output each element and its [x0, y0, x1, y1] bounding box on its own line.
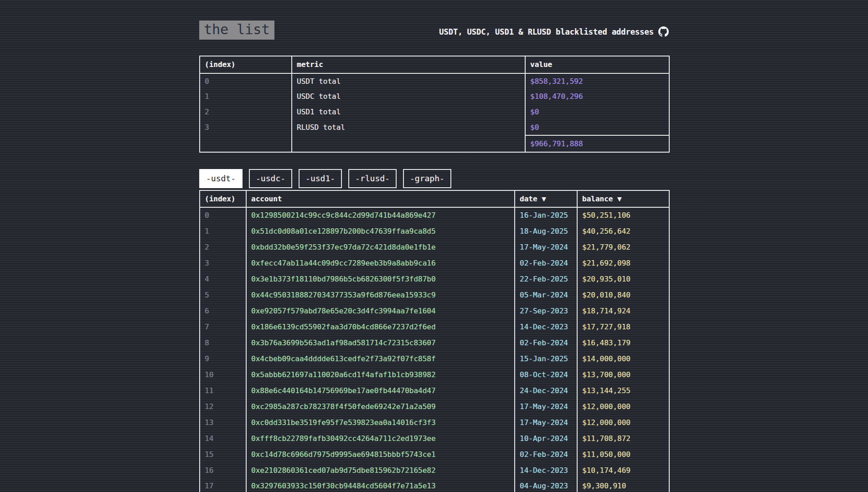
table-row: 1 0x51dc0d08a01ce128897b200bc47639ffaa9c… [200, 223, 669, 239]
summary-metric-cell: USDC total [292, 89, 525, 104]
summary-total-row: $966,791,888 [200, 135, 669, 152]
row-account-cell: 0xe2102860361ced07ab9d75dbe815962b72165e… [246, 462, 515, 478]
table-row: 15 0xc14d78c6966d7975d9995ae694815bbbf57… [200, 446, 669, 462]
tab-usdt[interactable]: -usdt- [199, 169, 243, 188]
row-balance-cell: $21,692,098 [577, 255, 669, 271]
row-date-cell: 24-Dec-2024 [515, 383, 577, 399]
row-account-cell: 0xc14d78c6966d7975d9995ae694815bbbf5743c… [246, 446, 515, 462]
tab-rlusd[interactable]: -rlusd- [348, 169, 397, 188]
summary-value-cell: $108,470,296 [525, 89, 669, 104]
summary-metric-cell: RLUSD total [292, 120, 525, 135]
row-balance-cell: $17,727,918 [577, 319, 669, 335]
summary-index-cell: 1 [200, 89, 292, 104]
summary-index-cell: 0 [200, 73, 292, 89]
tab-usdc[interactable]: -usdc- [249, 169, 292, 188]
row-balance-cell: $18,714,924 [577, 303, 669, 319]
row-balance-cell: $50,251,106 [577, 207, 669, 223]
row-date-cell: 14-Dec-2023 [515, 462, 577, 478]
row-account-cell: 0x186e6139cd55902faa3d70b4cd866e7237d2f6… [246, 319, 515, 335]
table-row: 4 0x3e1b373f18110bd7986b5cb6826300f5f3fd… [200, 271, 669, 287]
row-index-cell: 15 [200, 446, 246, 462]
tab-graph[interactable]: -graph- [403, 169, 451, 188]
summary-table-row: 1 USDC total $108,470,296 [200, 89, 669, 104]
page-header: the list USDT, USDC, USD1 & RLUSD blackl… [199, 20, 669, 40]
row-index-cell: 7 [200, 319, 246, 335]
table-row: 13 0xc0dd331be3519fe95f7e539823ea0a14016… [200, 415, 669, 430]
summary-header-metric: metric [292, 56, 525, 73]
summary-total-metric-cell [292, 135, 525, 152]
row-account-cell: 0x3297603933c150f30cb94484cd5604f7e71a5e… [246, 478, 515, 492]
row-index-cell: 16 [200, 462, 246, 478]
summary-header-value: value [525, 56, 669, 73]
table-row: 6 0xe92057f579abd78e65e20c3d4fc3994aa7fe… [200, 303, 669, 319]
row-date-cell: 02-Feb-2024 [515, 335, 577, 351]
row-account-cell: 0xfff8cb22789fafb30492cc4264a711c2ed1973… [246, 430, 515, 446]
github-icon[interactable] [658, 26, 669, 37]
blacklist-header-date-sort[interactable]: date ▼ [515, 190, 577, 207]
summary-value-cell: $858,321,592 [525, 73, 669, 89]
row-account-cell: 0x1298500214c99cc9c844c2d99d741b44a869e4… [246, 207, 515, 223]
table-row: 9 0x4cbeb09caa4dddde613cedfe2f73a92f07fc… [200, 351, 669, 367]
page-title: the list [199, 20, 274, 40]
summary-table-row: 0 USDT total $858,321,592 [200, 73, 669, 89]
table-row: 10 0x5abbb621697a110020a6cd1f4afaf1b1cb9… [200, 367, 669, 383]
row-balance-cell: $13,700,000 [577, 367, 669, 383]
row-account-cell: 0x3b76a3699b563ad1af98ad581714c72315c836… [246, 335, 515, 351]
row-account-cell: 0x88e6c440164b14756969be17ae0fb44470ba4d… [246, 383, 515, 399]
row-date-cell: 15-Jan-2025 [515, 351, 577, 367]
row-balance-cell: $9,300,910 [577, 478, 669, 492]
table-row: 7 0x186e6139cd55902faa3d70b4cd866e7237d2… [200, 319, 669, 335]
summary-value-cell: $0 [525, 120, 669, 135]
row-account-cell: 0xfecc47ab11a44c09d9cc7289eeb3b9a8abb9ca… [246, 255, 515, 271]
row-date-cell: 02-Feb-2024 [515, 255, 577, 271]
row-index-cell: 6 [200, 303, 246, 319]
row-account-cell: 0x5abbb621697a110020a6cd1f4afaf1b1cb9389… [246, 367, 515, 383]
tab-usd1[interactable]: -usd1- [299, 169, 342, 188]
table-row: 0 0x1298500214c99cc9c844c2d99d741b44a869… [200, 207, 669, 223]
row-date-cell: 16-Jan-2025 [515, 207, 577, 223]
row-date-cell: 10-Apr-2024 [515, 430, 577, 446]
row-account-cell: 0x51dc0d08a01ce128897b200bc47639ffaa9ca8… [246, 223, 515, 239]
row-index-cell: 17 [200, 478, 246, 492]
row-balance-cell: $40,256,642 [577, 223, 669, 239]
row-date-cell: 14-Dec-2023 [515, 319, 577, 335]
row-date-cell: 05-Mar-2024 [515, 287, 577, 303]
row-account-cell: 0xbdd32b0e59f253f37ec97da72c421d8da0e1fb… [246, 239, 515, 255]
summary-header-row: (index) metric value [200, 56, 669, 73]
row-index-cell: 8 [200, 335, 246, 351]
blacklist-header-account: account [246, 190, 515, 207]
token-tabs: -usdt- -usdc- -usd1- -rlusd- -graph- [199, 169, 669, 188]
row-index-cell: 12 [200, 399, 246, 415]
row-date-cell: 04-Aug-2023 [515, 478, 577, 492]
row-date-cell: 18-Aug-2025 [515, 223, 577, 239]
row-index-cell: 3 [200, 255, 246, 271]
row-index-cell: 11 [200, 383, 246, 399]
summary-index-cell: 2 [200, 104, 292, 120]
row-balance-cell: $16,483,179 [577, 335, 669, 351]
row-index-cell: 5 [200, 287, 246, 303]
table-row: 11 0x88e6c440164b14756969be17ae0fb44470b… [200, 383, 669, 399]
blacklist-header-balance-sort[interactable]: balance ▼ [577, 190, 669, 207]
github-link[interactable] [658, 26, 669, 37]
summary-metric-cell: USD1 total [292, 104, 525, 120]
blacklist-table-wrap: (index) account date ▼ balance ▼ 0 0x129… [199, 190, 669, 492]
table-row: 2 0xbdd32b0e59f253f37ec97da72c421d8da0e1… [200, 239, 669, 255]
row-date-cell: 08-Oct-2024 [515, 367, 577, 383]
summary-table: (index) metric value 0 USDT total $858,3… [199, 56, 670, 153]
row-balance-cell: $20,010,840 [577, 287, 669, 303]
row-balance-cell: $21,779,062 [577, 239, 669, 255]
table-row: 14 0xfff8cb22789fafb30492cc4264a711c2ed1… [200, 430, 669, 446]
row-date-cell: 02-Feb-2024 [515, 446, 577, 462]
row-date-cell: 17-May-2024 [515, 399, 577, 415]
summary-total-value: $966,791,888 [525, 135, 669, 152]
table-row: 12 0xc2985a287cb782378f4f50fede69242e71a… [200, 399, 669, 415]
row-index-cell: 14 [200, 430, 246, 446]
row-balance-cell: $14,000,000 [577, 351, 669, 367]
row-index-cell: 2 [200, 239, 246, 255]
blacklist-header-row: (index) account date ▼ balance ▼ [200, 190, 669, 207]
summary-table-row: 2 USD1 total $0 [200, 104, 669, 120]
summary-index-cell: 3 [200, 120, 292, 135]
row-balance-cell: $12,000,000 [577, 415, 669, 430]
page-container: the list USDT, USDC, USD1 & RLUSD blackl… [199, 0, 669, 492]
row-date-cell: 22-Feb-2025 [515, 271, 577, 287]
